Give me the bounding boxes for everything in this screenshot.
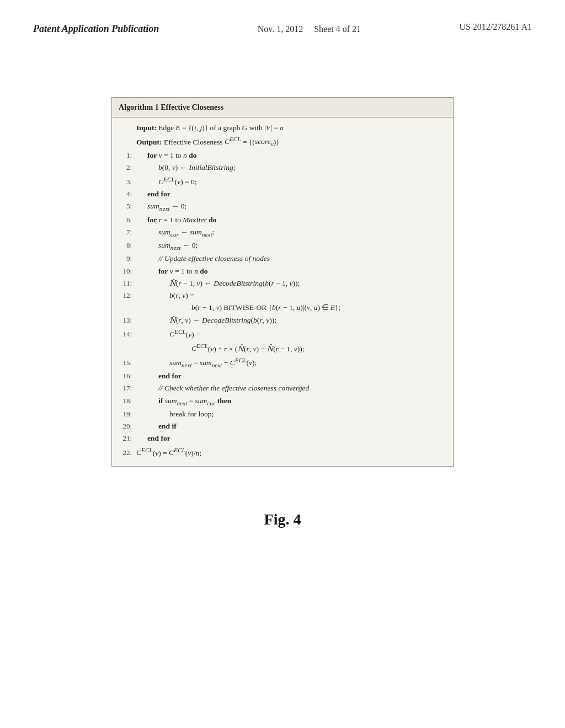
- algorithm-name: Effective Closeness: [161, 103, 223, 111]
- alg-line-20: 20: end if: [120, 420, 445, 432]
- header-center: Nov. 1, 2012 Sheet 4 of 21: [258, 22, 361, 36]
- alg-line-8: 8: sumnext ← 0;: [120, 239, 445, 253]
- alg-line-7: 7: sumcur ← sumnext;: [120, 226, 445, 239]
- alg-line-4: 4: end for: [120, 188, 445, 200]
- alg-line-15: 15: sumnext = sumnext + CECL(v);: [120, 355, 445, 370]
- alg-line-19: 19: break for loop;: [120, 408, 445, 420]
- alg-line-21: 21: end for: [120, 432, 445, 445]
- publication-title: Patent Application Publication: [33, 22, 159, 36]
- patent-number: US 2012/278261 A1: [459, 22, 532, 32]
- algorithm-body: Input: Edge E = {(i, j)} of a graph G wi…: [112, 117, 453, 466]
- publication-date: Nov. 1, 2012: [258, 24, 303, 34]
- main-content: Algorithm 1 Effective Closeness Input: E…: [33, 53, 532, 706]
- alg-line-17: 17: // Check whether the effective close…: [120, 382, 445, 394]
- alg-line-14: 14: CECL(v) =: [120, 326, 445, 341]
- alg-line-3: 3: CECL(v) = 0;: [120, 174, 445, 188]
- alg-line-1: 1: for v = 1 to n do: [120, 149, 445, 162]
- alg-line-12: 12: b(r, v) =: [120, 290, 445, 302]
- alg-input: Input: Edge E = {(i, j)} of a graph G wi…: [120, 122, 445, 134]
- alg-line-5: 5: sumnext ← 0;: [120, 200, 445, 213]
- alg-line-2: 2: b(0, v) ← InitialBitstring;: [120, 162, 445, 174]
- alg-line-13: 13: N̂(r, v) ← DecodeBitstring(b(r, v));: [120, 314, 445, 326]
- alg-line-12b: b(r − 1, v) BITWISE-OR {b(r − 1, u)|(v, …: [120, 302, 445, 314]
- alg-line-22: 22: CECL(v) = CECL(v)/n;: [120, 445, 445, 459]
- algorithm-box: Algorithm 1 Effective Closeness Input: E…: [111, 97, 454, 467]
- algorithm-title: Algorithm 1 Effective Closeness: [112, 98, 453, 117]
- alg-line-10: 10: for v = 1 to n do: [120, 265, 445, 277]
- alg-line-11: 11: N̂(r − 1, v) ← DecodeBitstring(b(r −…: [120, 277, 445, 290]
- alg-line-14b: CECL(v) + r × (N̂(r, v) − N̂(r − 1, v));: [120, 341, 445, 355]
- alg-line-6: 6: for r = 1 to MaxIter do: [120, 214, 445, 226]
- header: Patent Application Publication Nov. 1, 2…: [33, 22, 532, 42]
- alg-line-18: 18: if sumnext = sumcur then: [120, 395, 445, 408]
- page: Patent Application Publication Nov. 1, 2…: [0, 0, 565, 728]
- sheet-info: Sheet 4 of 21: [314, 24, 361, 34]
- alg-line-16: 16: end for: [120, 370, 445, 382]
- figure-caption: Fig. 4: [264, 511, 301, 528]
- algorithm-number: Algorithm 1: [119, 103, 161, 111]
- alg-output: Output: Effective Closeness CECL = {(sco…: [120, 134, 445, 149]
- alg-line-9: 9: // Update effective closeness of node…: [120, 253, 445, 265]
